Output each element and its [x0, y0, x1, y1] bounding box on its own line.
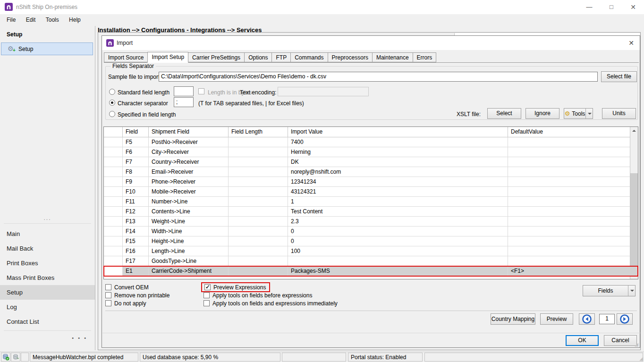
table-row-highlighted[interactable]: E1CarrierCode->ShipmentPackages-SMS<F1> [104, 266, 638, 276]
option-remove-non-printable[interactable]: Remove non printable [105, 291, 169, 299]
cancel-button[interactable]: Cancel [604, 335, 637, 346]
sample-file-label: Sample file to import: [108, 74, 161, 80]
tools-button[interactable]: ⚙Tools [564, 108, 593, 119]
plus-badge-icon: + [13, 48, 16, 53]
sidebar-item-log[interactable]: Log [0, 300, 95, 314]
units-button[interactable]: Units [602, 108, 636, 119]
table-row[interactable]: F16Length->Line100 [104, 246, 638, 256]
column-header-field-length[interactable]: Field Length [229, 127, 288, 137]
ok-button[interactable]: OK [566, 335, 599, 346]
table-row[interactable]: F15Height->Line0 [104, 236, 638, 246]
table-row[interactable]: F9Phone->Receiver12341234 [104, 177, 638, 187]
sidebar-item-main[interactable]: Main [0, 227, 95, 241]
option-do-not-apply[interactable]: Do not apply [105, 299, 169, 307]
checkbox[interactable] [203, 300, 210, 306]
sidebar-item-mass-print-boxes[interactable]: Mass Print Boxes [0, 270, 95, 285]
table-row[interactable]: F10Mobile->Receiver43124321 [104, 187, 638, 197]
table-row[interactable]: F14Width->Line0 [104, 227, 638, 236]
checkbox[interactable] [203, 292, 210, 298]
standard-field-length-radio[interactable] [109, 89, 115, 95]
preview-button[interactable]: Preview [540, 313, 573, 325]
scrollbar-thumb[interactable] [630, 173, 638, 269]
table-header: Field Shipment Field Field Length Import… [104, 127, 638, 137]
resize-grip-icon[interactable]: ◢ [635, 342, 638, 347]
table-cell: Mobile->Receiver [149, 187, 229, 197]
close-window-icon[interactable]: ✕ [622, 0, 644, 14]
xslt-select-button[interactable]: Select [487, 108, 521, 119]
menu-help[interactable]: Help [65, 14, 85, 25]
column-header[interactable] [104, 127, 123, 137]
table-row[interactable]: F17GoodsType->Line [104, 256, 638, 266]
option-apply-tools-on-fields-and-expressions-immediately[interactable]: Apply tools on fields and expressions im… [203, 299, 338, 307]
fields-button[interactable]: Fields [583, 285, 636, 296]
option-preview-expressions[interactable]: Preview Expressions [201, 282, 270, 292]
dialog-title: Import [117, 40, 133, 46]
table-row[interactable]: F7Country->ReceiverDK [104, 157, 638, 167]
table-cell: Email->Receiver [149, 167, 229, 177]
table-row[interactable]: F11Number->Line1 [104, 197, 638, 207]
tab-options[interactable]: Options [244, 52, 272, 62]
length-in-bytes-checkbox[interactable] [198, 88, 204, 94]
table-row[interactable]: F5PostNo->Receiver7400 [104, 137, 638, 147]
checkbox[interactable] [204, 284, 211, 290]
tab-commands[interactable]: Commands [290, 52, 328, 62]
sidebar-item-mail-back[interactable]: Mail Back [0, 241, 95, 256]
table-row[interactable]: F8Email->Receivernoreply@nshift.com [104, 167, 638, 177]
scroll-up-icon[interactable] [630, 127, 638, 135]
column-header-field[interactable]: Field [123, 127, 149, 137]
table-cell [508, 147, 631, 157]
tab-import-setup[interactable]: Import Setup [147, 52, 188, 63]
previous-arrow-icon [582, 314, 592, 324]
fields-dropdown-icon[interactable] [628, 286, 635, 296]
table-row[interactable]: F6City->ReceiverHerning [104, 147, 638, 157]
tab-import-source[interactable]: Import Source [104, 52, 148, 62]
separator-char-input[interactable]: ; [174, 97, 194, 107]
sample-file-input[interactable]: C:\Data\Import\Configurations\Services\D… [159, 72, 598, 82]
sidebar-item-setup[interactable]: Setup [0, 285, 95, 300]
menu-edit[interactable]: Edit [22, 14, 40, 25]
overflow-dots-icon[interactable]: • • • [72, 335, 87, 341]
app-window: nShift Ship On-premises — □ ✕ File Edit … [0, 0, 644, 362]
column-header-import-value[interactable]: Import Value [288, 127, 508, 137]
table-cell [508, 207, 631, 217]
menu-tools[interactable]: Tools [42, 14, 63, 25]
page-number-input[interactable]: 1 [599, 314, 615, 324]
country-mapping-button[interactable]: Country Mapping [491, 313, 535, 325]
option-apply-tools-on-fields-before-expressions[interactable]: Apply tools on fields before expressions [203, 291, 338, 299]
tab-carrier-presettings[interactable]: Carrier PreSettings [188, 52, 245, 62]
checkbox[interactable] [105, 284, 111, 290]
maximize-icon[interactable]: □ [601, 0, 622, 14]
checkbox[interactable] [105, 300, 111, 306]
tab-errors[interactable]: Errors [413, 52, 437, 62]
specified-field-length-radio[interactable] [109, 111, 115, 117]
next-arrow-icon [619, 314, 630, 324]
dialog-close-icon[interactable]: ✕ [628, 39, 634, 47]
table-row[interactable]: F13Weight->Line2.3 [104, 217, 638, 227]
sidebar-item-contact-list[interactable]: Contact List [0, 314, 95, 329]
option-convert-oem[interactable]: Convert OEM [105, 283, 169, 291]
resize-grip-icon[interactable]: ◢ [639, 356, 643, 361]
menu-file[interactable]: File [2, 14, 20, 25]
tab-preprocessors[interactable]: Preprocessors [328, 52, 373, 62]
column-header-default-value[interactable]: DefaultValue [508, 127, 631, 137]
next-page-button[interactable] [617, 313, 633, 325]
select-file-button[interactable]: Select file [601, 71, 637, 82]
text-encoding-input[interactable] [278, 87, 369, 96]
tab-maintenance[interactable]: Maintenance [372, 52, 413, 62]
character-separator-radio[interactable] [109, 100, 115, 106]
previous-page-button[interactable] [579, 313, 595, 325]
vertical-scrollbar[interactable] [630, 127, 638, 279]
tab-ftp[interactable]: FTP [271, 52, 291, 62]
splitter-handle[interactable]: ... [0, 215, 95, 221]
column-header-shipment-field[interactable]: Shipment Field [149, 127, 229, 137]
standard-length-input[interactable] [174, 86, 194, 96]
checkbox[interactable] [105, 292, 111, 298]
tools-dropdown-icon[interactable] [585, 109, 593, 118]
sidebar-tree-item-setup[interactable]: ⚙ + Setup [1, 42, 93, 55]
xslt-ignore-button[interactable]: Ignore [525, 108, 559, 119]
sidebar-item-print-boxes[interactable]: Print Boxes [0, 256, 95, 270]
table-row[interactable]: F12Contents->LineTest Content [104, 207, 638, 217]
table-cell [104, 197, 123, 207]
minimize-icon[interactable]: — [578, 0, 600, 14]
table-cell [229, 266, 288, 276]
